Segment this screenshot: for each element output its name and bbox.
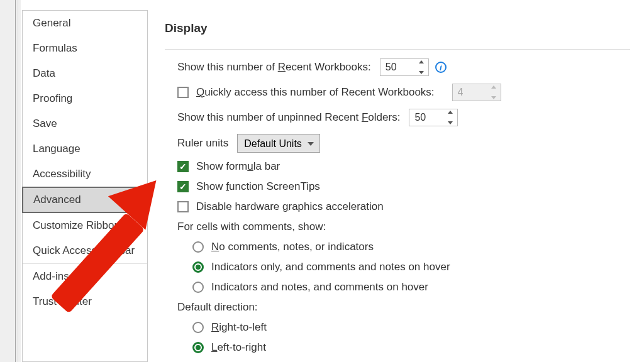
sidebar-item-save[interactable]: Save [23, 111, 147, 136]
row-direction-header: Default direction: [165, 301, 630, 314]
row-formula-bar: Show formula bar [165, 160, 630, 173]
section-title-display: Display [165, 21, 630, 35]
row-direction-ltr: Left-to-right [165, 341, 630, 354]
sidebar-item-accessibility[interactable]: Accessibility [23, 162, 147, 187]
sidebar-item-quick-access-toolbar[interactable]: Quick Access Toolbar [23, 238, 147, 263]
label-formula-bar: Show formula bar [196, 160, 280, 173]
radio-comments-indicators-only[interactable] [192, 261, 204, 273]
checkbox-hw-accel[interactable] [177, 201, 189, 212]
worksheet-edge-line2 [18, 0, 18, 362]
radio-ltr[interactable] [192, 342, 204, 353]
sidebar-item-formulas[interactable]: Formulas [23, 36, 147, 61]
row-comments-opt-2: Indicators and notes, and comments on ho… [165, 281, 630, 293]
label-ltr: Left-to-right [211, 341, 266, 354]
info-icon[interactable]: i [435, 62, 447, 73]
label-comments-none: No comments, notes, or indicators [211, 241, 374, 253]
label-hw-accel: Disable hardware graphics acceleration [196, 200, 384, 213]
label-ruler-units: Ruler units [177, 137, 228, 150]
select-ruler-units[interactable]: Default Units [237, 134, 320, 153]
radio-comments-none[interactable] [192, 241, 204, 253]
label-comments-indicators-only: Indicators only, and comments and notes … [211, 261, 450, 273]
row-screentips: Show function ScreenTips [165, 180, 630, 193]
row-comments-opt-0: No comments, notes, or indicators [165, 241, 630, 253]
label-comments-header: For cells with comments, show: [177, 221, 326, 233]
row-hw-accel: Disable hardware graphics acceleration [165, 200, 630, 213]
checkbox-screentips[interactable] [177, 181, 189, 192]
label-recent-workbooks: Show this number of Recent Workbooks: [177, 61, 371, 74]
checkbox-formula-bar[interactable] [177, 161, 189, 172]
label-rtl: Right-to-left [211, 321, 267, 334]
radio-comments-indicators-and-notes[interactable] [192, 282, 204, 293]
section-divider [165, 49, 630, 50]
sidebar-item-add-ins[interactable]: Add-ins [23, 264, 147, 289]
row-comments-header: For cells with comments, show: [165, 221, 630, 233]
spinner-buttons[interactable] [448, 111, 455, 124]
radio-rtl[interactable] [192, 322, 204, 333]
sidebar-item-trust-center[interactable]: Trust Center [23, 289, 147, 314]
row-quick-access: Quickly access this number of Recent Wor… [165, 84, 630, 101]
row-ruler-units: Ruler units Default Units [165, 134, 630, 153]
spinner-buttons-disabled [491, 85, 499, 99]
sidebar-item-language[interactable]: Language [23, 136, 147, 162]
label-quick-access: Quickly access this number of Recent Wor… [196, 86, 435, 99]
label-screentips: Show function ScreenTips [196, 180, 320, 193]
row-recent-workbooks: Show this number of Recent Workbooks: i [165, 58, 630, 76]
worksheet-edge-line [15, 0, 16, 362]
spinner-buttons[interactable] [419, 60, 426, 74]
main-panel: Display Show this number of Recent Workb… [165, 21, 630, 361]
label-direction-header: Default direction: [177, 301, 258, 314]
row-recent-folders: Show this number of unpinned Recent Fold… [165, 109, 630, 126]
row-comments-opt-1: Indicators only, and comments and notes … [165, 261, 630, 273]
sidebar-item-advanced[interactable]: Advanced [22, 187, 148, 213]
sidebar-item-general[interactable]: General [23, 11, 147, 36]
label-recent-folders: Show this number of unpinned Recent Fold… [177, 111, 400, 124]
sidebar-item-data[interactable]: Data [23, 61, 147, 86]
checkbox-quick-access[interactable] [177, 87, 189, 98]
label-comments-indicators-and-notes: Indicators and notes, and comments on ho… [211, 281, 428, 293]
row-direction-rtl: Right-to-left [165, 321, 630, 334]
options-category-sidebar: General Formulas Data Proofing Save Lang… [22, 10, 148, 362]
sidebar-item-proofing[interactable]: Proofing [23, 86, 147, 111]
sidebar-item-customize-ribbon[interactable]: Customize Ribbon [23, 213, 147, 238]
